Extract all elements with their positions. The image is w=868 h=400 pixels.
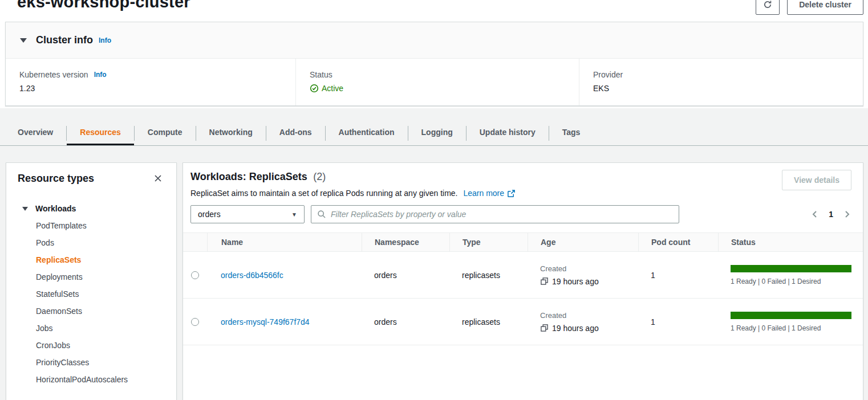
page-number[interactable]: 1	[829, 210, 833, 219]
chevron-down-icon	[22, 207, 28, 211]
search-input[interactable]	[331, 210, 673, 219]
status-value: Active	[322, 84, 343, 93]
cell-age: Created 19 hours ago	[528, 252, 638, 298]
kubernetes-version-value: 1.23	[19, 84, 295, 93]
sidebar-group-label: Workloads	[35, 204, 76, 213]
replicaset-name-link[interactable]: orders-mysql-749f67f7d4	[221, 317, 310, 326]
table-row: orders-d6b4566fc orders replicasets Crea…	[183, 252, 863, 299]
pagination: 1	[810, 210, 851, 219]
panel-heading: Workloads: ReplicaSets	[190, 171, 307, 182]
tab-authentication[interactable]: Authentication	[326, 121, 408, 145]
tab-networking[interactable]: Networking	[196, 121, 266, 145]
close-button[interactable]	[151, 172, 165, 185]
chevron-down-icon: ▼	[291, 211, 297, 218]
status-text: 1 Ready | 0 Failed | 1 Desired	[731, 324, 851, 332]
chevron-down-icon	[20, 38, 27, 43]
sidebar-item-cronjobs[interactable]: CronJobs	[6, 337, 176, 354]
cell-pod-count: 1	[638, 252, 718, 298]
column-header-name[interactable]: Name	[207, 233, 362, 251]
refresh-button[interactable]	[756, 0, 780, 15]
status-text: 1 Ready | 0 Failed | 1 Desired	[731, 277, 851, 285]
column-header-age[interactable]: Age	[528, 233, 638, 251]
sidebar-group-workloads[interactable]: Workloads	[6, 200, 176, 217]
radio-button[interactable]	[191, 271, 199, 279]
header-band: eks-workshop-cluster Delete cluster Clus…	[0, 0, 868, 108]
status-badge: Active	[310, 84, 579, 93]
replicasets-panel: Workloads: ReplicaSets (2) View details …	[182, 162, 863, 400]
sidebar-item-pods[interactable]: Pods	[6, 234, 176, 251]
column-header-type[interactable]: Type	[449, 233, 528, 251]
cell-namespace: orders	[362, 299, 449, 345]
header-actions: Delete cluster	[756, 0, 863, 15]
cell-namespace: orders	[362, 252, 449, 298]
cell-status: 1 Ready | 0 Failed | 1 Desired	[718, 252, 863, 298]
sidebar-item-podtemplates[interactable]: PodTemplates	[6, 217, 176, 234]
age-created-label: Created	[540, 311, 566, 320]
table-row: orders-mysql-749f67f7d4 orders replicase…	[183, 299, 863, 345]
age-value: 19 hours ago	[552, 277, 599, 286]
age-created-label: Created	[540, 264, 566, 273]
namespace-filter-value: orders	[198, 210, 221, 219]
cluster-info-body: Kubernetes version Info 1.23 Status Acti…	[6, 59, 863, 105]
tab-overview[interactable]: Overview	[5, 121, 66, 145]
resource-types-tree: Workloads PodTemplates Pods ReplicaSets …	[6, 200, 176, 400]
learn-more-label: Learn more	[463, 189, 504, 198]
previous-page-button[interactable]	[810, 210, 820, 219]
column-header-namespace[interactable]: Namespace	[362, 233, 449, 251]
tab-tags[interactable]: Tags	[549, 121, 594, 145]
cell-type: replicasets	[449, 299, 528, 345]
column-header-status[interactable]: Status	[718, 233, 863, 251]
sidebar-item-replicasets[interactable]: ReplicaSets	[6, 251, 176, 268]
cell-pod-count: 1	[638, 299, 718, 345]
kubernetes-version-label: Kubernetes version	[19, 70, 88, 79]
page-title: eks-workshop-cluster	[17, 0, 190, 11]
table-header: Name Namespace Type Age Pod count Status	[183, 232, 863, 252]
tab-add-ons[interactable]: Add-ons	[266, 121, 325, 145]
cell-type: replicasets	[449, 252, 528, 298]
sidebar-item-statefulsets[interactable]: StatefulSets	[6, 285, 176, 303]
namespace-filter-dropdown[interactable]: orders ▼	[190, 205, 305, 223]
provider-value: EKS	[593, 84, 863, 93]
status-label: Status	[310, 70, 332, 79]
replicasets-table: Name Namespace Type Age Pod count Status…	[183, 232, 863, 345]
replicaset-name-link[interactable]: orders-d6b4566fc	[221, 271, 283, 280]
kubernetes-version-info-link[interactable]: Info	[94, 71, 107, 79]
panel-count: (2)	[313, 171, 326, 182]
tab-logging[interactable]: Logging	[408, 121, 466, 145]
close-icon	[153, 174, 163, 183]
sidebar-item-priorityclasses[interactable]: PriorityClasses	[6, 354, 176, 371]
search-icon	[317, 210, 326, 219]
cell-age: Created 19 hours ago	[528, 299, 638, 345]
tab-resources[interactable]: Resources	[67, 121, 134, 145]
tab-compute[interactable]: Compute	[135, 121, 196, 145]
next-page-button[interactable]	[842, 210, 851, 219]
sidebar-item-jobs[interactable]: Jobs	[6, 320, 176, 337]
tab-update-history[interactable]: Update history	[467, 121, 549, 145]
resource-types-title: Resource types	[18, 173, 94, 185]
refresh-icon	[763, 0, 772, 9]
cluster-info-header[interactable]: Cluster info Info	[6, 22, 863, 59]
view-details-button[interactable]: View details	[782, 170, 851, 190]
column-header-pod-count[interactable]: Pod count	[638, 233, 718, 251]
radio-button[interactable]	[191, 318, 199, 326]
cluster-info-card: Cluster info Info Kubernetes version Inf…	[5, 22, 863, 106]
sidebar-item-daemonsets[interactable]: DaemonSets	[6, 303, 176, 320]
resource-types-panel: Resource types Workloads PodTemplates Po…	[6, 162, 177, 400]
cluster-tabs: Overview Resources Compute Networking Ad…	[0, 121, 868, 146]
sidebar-item-deployments[interactable]: Deployments	[6, 268, 176, 285]
learn-more-link[interactable]: Learn more	[463, 189, 516, 198]
kubernetes-version-field: Kubernetes version Info 1.23	[6, 59, 295, 105]
cluster-info-info-link[interactable]: Info	[99, 36, 111, 44]
eks-cluster-page: eks-workshop-cluster Delete cluster Clus…	[0, 0, 868, 400]
delete-cluster-button[interactable]: Delete cluster	[787, 0, 863, 15]
search-box	[311, 205, 679, 223]
check-circle-icon	[310, 84, 319, 93]
copy-icon[interactable]	[540, 277, 549, 285]
copy-icon[interactable]	[540, 324, 549, 332]
status-bar	[731, 312, 851, 319]
sidebar-item-horizontalpodautoscalers[interactable]: HorizontalPodAutoscalers	[6, 371, 176, 388]
chevron-left-icon	[810, 210, 820, 219]
cell-status: 1 Ready | 0 Failed | 1 Desired	[718, 299, 863, 345]
status-bar	[731, 265, 851, 272]
cluster-info-title: Cluster info	[36, 34, 93, 46]
